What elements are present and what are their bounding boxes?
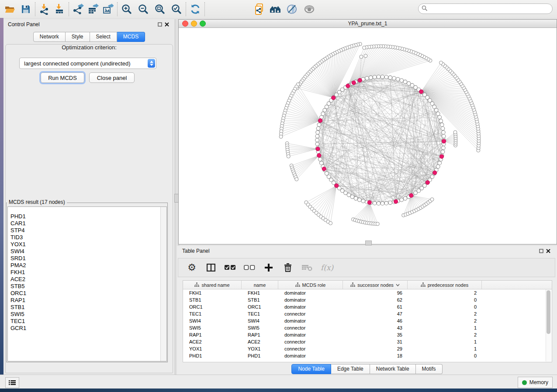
- network-node[interactable]: [436, 165, 440, 168]
- criterion-dropdown[interactable]: largest connected component (undirected): [19, 58, 156, 69]
- mcds-hub-node[interactable]: [332, 96, 336, 100]
- network-node[interactable]: [377, 202, 381, 206]
- export-table-icon[interactable]: [86, 3, 100, 16]
- mcds-result-item[interactable]: SWI4: [8, 248, 166, 255]
- zoom-out-icon[interactable]: [137, 3, 150, 16]
- mcds-hub-node[interactable]: [409, 193, 413, 197]
- network-node[interactable]: [373, 75, 377, 79]
- table-scrollbar[interactable]: [546, 289, 551, 361]
- network-node[interactable]: [441, 127, 445, 131]
- network-node[interactable]: [442, 131, 446, 134]
- tab-select[interactable]: Select: [90, 32, 117, 42]
- mcds-hub-node[interactable]: [419, 89, 423, 93]
- network-node[interactable]: [442, 134, 446, 138]
- column-header-name[interactable]: name: [242, 281, 278, 289]
- show-checked-columns-icon[interactable]: [225, 262, 236, 273]
- network-leaf-node[interactable]: [279, 135, 283, 138]
- save-icon[interactable]: [19, 3, 32, 16]
- mcds-hub-node[interactable]: [367, 200, 371, 204]
- network-window-titlebar[interactable]: YPA_prune.txt_1: [179, 20, 557, 28]
- column-header-MCDS-role[interactable]: MCDS role: [278, 281, 343, 289]
- network-node[interactable]: [318, 158, 322, 162]
- mcds-result-item[interactable]: ORC1: [8, 290, 166, 297]
- mcds-result-item[interactable]: STP4: [8, 227, 166, 234]
- mcds-list-scrollbar[interactable]: [160, 207, 166, 361]
- close-panel-button[interactable]: Close panel: [89, 72, 135, 83]
- import-table-icon[interactable]: [53, 3, 66, 16]
- network-node[interactable]: [321, 112, 325, 116]
- network-node[interactable]: [347, 193, 351, 197]
- network-node[interactable]: [354, 196, 358, 200]
- network-leaf-node[interactable]: [430, 198, 434, 201]
- task-list-button[interactable]: [5, 377, 19, 388]
- mcds-result-item[interactable]: STB1: [8, 304, 166, 311]
- eye-icon[interactable]: [303, 3, 316, 16]
- network-node[interactable]: [365, 76, 369, 80]
- network-node[interactable]: [316, 131, 320, 134]
- network-leaf-node[interactable]: [360, 55, 363, 58]
- network-node[interactable]: [388, 76, 392, 79]
- network-node[interactable]: [403, 80, 407, 84]
- network-file-share-icon[interactable]: [253, 3, 266, 16]
- memory-button[interactable]: Memory: [518, 377, 553, 388]
- zoom-selected-icon[interactable]: [170, 3, 183, 16]
- network-leaf-node[interactable]: [295, 178, 298, 181]
- delete-table-icon[interactable]: [301, 262, 313, 273]
- table-row[interactable]: SWI5SWI5connector431: [183, 324, 552, 331]
- network-node[interactable]: [323, 108, 327, 112]
- network-leaf-node[interactable]: [364, 54, 367, 58]
- function-builder-icon[interactable]: f(x): [321, 262, 333, 273]
- network-node[interactable]: [396, 77, 400, 81]
- close-icon[interactable]: [163, 21, 170, 28]
- table-row[interactable]: ORC1ORC1dominator610: [183, 303, 552, 310]
- table-row[interactable]: SWI4SWI4dominator462: [183, 317, 552, 324]
- network-leaf-node[interactable]: [439, 61, 443, 65]
- network-node[interactable]: [358, 198, 362, 202]
- mcds-hub-node[interactable]: [433, 171, 437, 175]
- tab-node-table[interactable]: Node Table: [291, 364, 331, 374]
- column-view-icon[interactable]: [205, 262, 217, 273]
- network-node[interactable]: [439, 119, 443, 123]
- table-row[interactable]: RAP1RAP1dominator352: [183, 331, 552, 338]
- network-node[interactable]: [325, 105, 329, 109]
- vizmapper-disabled-icon[interactable]: [285, 3, 298, 16]
- network-node[interactable]: [392, 76, 396, 80]
- network-node[interactable]: [410, 83, 414, 87]
- network-node[interactable]: [317, 123, 321, 127]
- network-node[interactable]: [403, 196, 407, 200]
- refresh-icon[interactable]: [189, 3, 202, 16]
- mcds-hub-node[interactable]: [394, 199, 398, 203]
- network-leaf-node[interactable]: [376, 222, 379, 226]
- mcds-result-item[interactable]: TID3: [8, 234, 166, 241]
- mcds-hub-node[interactable]: [352, 81, 356, 85]
- float-icon[interactable]: [156, 21, 163, 28]
- mcds-hub-node[interactable]: [426, 180, 429, 184]
- search-input[interactable]: [418, 3, 553, 14]
- hide-columns-icon[interactable]: [244, 262, 255, 273]
- mcds-hub-node[interactable]: [439, 155, 443, 158]
- table-row[interactable]: ACE2ACE2connector311: [183, 338, 552, 345]
- network-node[interactable]: [384, 75, 388, 79]
- mcds-result-item[interactable]: ACE2: [8, 276, 166, 283]
- run-mcds-button[interactable]: Run MCDS: [41, 72, 84, 83]
- network-node[interactable]: [319, 161, 323, 165]
- mcds-result-item[interactable]: YOX1: [8, 241, 166, 248]
- table-row[interactable]: PHD1PHD1dominator180: [183, 352, 552, 359]
- mcds-result-item[interactable]: GCR1: [8, 325, 166, 332]
- network-node[interactable]: [381, 202, 384, 206]
- mcds-hub-node[interactable]: [317, 153, 321, 157]
- float-icon[interactable]: [538, 248, 545, 254]
- tab-motifs[interactable]: Motifs: [416, 364, 443, 374]
- network-node[interactable]: [316, 127, 320, 131]
- network-node[interactable]: [350, 195, 354, 199]
- mcds-result-item[interactable]: FKH1: [8, 269, 166, 276]
- network-node[interactable]: [434, 108, 438, 112]
- network-node[interactable]: [377, 75, 381, 79]
- network-leaf-node[interactable]: [363, 46, 366, 49]
- horizontal-splitter-handle[interactable]: [365, 241, 372, 245]
- network-node[interactable]: [400, 79, 404, 83]
- export-image-icon[interactable]: [101, 3, 114, 16]
- tab-mcds[interactable]: MCDS: [117, 32, 145, 42]
- mcds-result-item[interactable]: SWI5: [8, 311, 166, 318]
- mcds-hub-node[interactable]: [318, 119, 322, 123]
